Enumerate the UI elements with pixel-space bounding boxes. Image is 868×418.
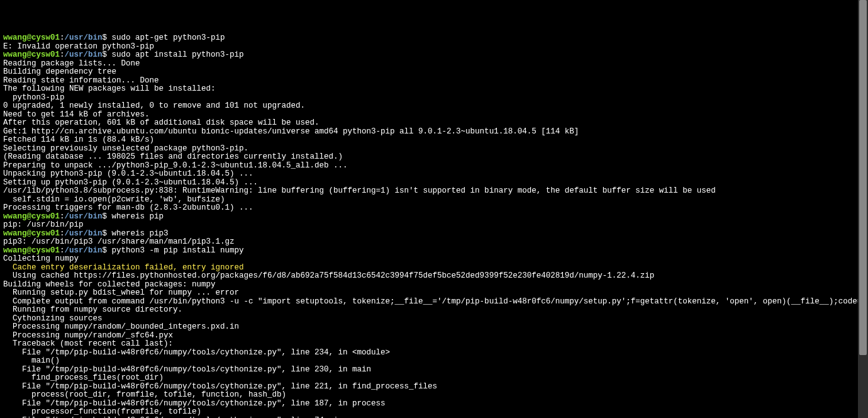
terminal-output-line: Collecting numpy: [3, 255, 865, 264]
terminal-output-line: processor_function(fromfile, tofile): [3, 408, 865, 417]
terminal-prompt-line: wwang@cysw01:/usr/bin$ sudo apt install …: [3, 51, 865, 60]
prompt-colon: :: [60, 212, 65, 221]
terminal-output-line: Fetched 114 kB in 1s (88.4 kB/s): [3, 136, 865, 145]
terminal-output-line: Building wheels for collected packages: …: [3, 281, 865, 290]
terminal-output-line: Setting up python3-pip (9.0.1-2.3~ubuntu…: [3, 179, 865, 188]
terminal-output-line: main(): [3, 357, 865, 366]
terminal-prompt-line: wwang@cysw01:/usr/bin$ whereis pip: [3, 213, 865, 222]
terminal-prompt-line: wwang@cysw01:/usr/bin$ python3 -m pip in…: [3, 247, 865, 256]
prompt-dollar: $: [103, 246, 112, 255]
prompt-user-host: wwang@cysw01: [3, 50, 60, 59]
terminal-output-line: /usr/lib/python3.8/subprocess.py:838: Ru…: [3, 187, 865, 196]
terminal-output-line: File "/tmp/pip-build-w48r0fc6/numpy/tool…: [3, 383, 865, 392]
terminal-output-line: (Reading database ... 198025 files and d…: [3, 153, 865, 162]
prompt-user-host: wwang@cysw01: [3, 246, 60, 255]
prompt-user-host: wwang@cysw01: [3, 212, 60, 221]
command-text: whereis pip3: [112, 229, 169, 238]
terminal-output-line: Cythonizing sources: [3, 315, 865, 324]
terminal-output-line: Processing numpy/random/_bounded_integer…: [3, 323, 865, 332]
terminal-output-line: File "/tmp/pip-build-w48r0fc6/numpy/tool…: [3, 349, 865, 358]
command-text: python3 -m pip install numpy: [112, 246, 244, 255]
prompt-path: /usr/bin: [65, 50, 103, 59]
scrollbar-thumb[interactable]: [859, 0, 867, 355]
terminal-output-line: Reading package lists... Done: [3, 60, 865, 69]
terminal-output-line: Using cached https://files.pythonhosted.…: [3, 272, 865, 281]
prompt-user-host: wwang@cysw01: [3, 34, 60, 42]
prompt-colon: :: [60, 34, 65, 42]
terminal-output-line: python3-pip: [3, 94, 865, 103]
terminal-output-line: File "/tmp/pip-build-w48r0fc6/numpy/tool…: [3, 366, 865, 375]
terminal-output-line: E: Invalid operation python3-pip: [3, 43, 865, 52]
command-text: sudo apt install python3-pip: [112, 50, 244, 59]
terminal-output-line: find_process_files(root_dir): [3, 374, 865, 383]
terminal-output-line: Processing numpy/random/_sfc64.pyx: [3, 332, 865, 341]
prompt-dollar: $: [103, 34, 112, 42]
command-text: sudo apt-get python3-pip: [112, 34, 225, 42]
terminal-output-line: Traceback (most recent call last):: [3, 340, 865, 349]
terminal-output-line: File "/tmp/pip-build-w48r0fc6/numpy/tool…: [3, 400, 865, 409]
prompt-path: /usr/bin: [65, 246, 103, 255]
prompt-dollar: $: [103, 229, 112, 238]
prompt-path: /usr/bin: [65, 229, 103, 238]
terminal-output-line: Selecting previously unselected package …: [3, 145, 865, 154]
terminal-output-line: Get:1 http://cn.archive.ubuntu.com/ubunt…: [3, 128, 865, 137]
terminal-output-line: Need to get 114 kB of archives.: [3, 111, 865, 120]
prompt-path: /usr/bin: [65, 34, 103, 42]
terminal-output-line: pip3: /usr/bin/pip3 /usr/share/man/man1/…: [3, 238, 865, 247]
prompt-dollar: $: [103, 50, 112, 59]
terminal-output[interactable]: wwang@cysw01:/usr/bin$ sudo apt-get pyth…: [0, 34, 868, 418]
terminal-output-line: Preparing to unpack .../python3-pip_9.0.…: [3, 162, 865, 171]
terminal-output-line: Reading state information... Done: [3, 77, 865, 86]
prompt-user-host: wwang@cysw01: [3, 229, 60, 238]
terminal-prompt-line: wwang@cysw01:/usr/bin$ whereis pip3: [3, 230, 865, 239]
terminal-output-line: Complete output from command /usr/bin/py…: [3, 298, 865, 307]
terminal-output-line: pip: /usr/bin/pip: [3, 221, 865, 230]
terminal-output-line: Running setup.py bdist_wheel for numpy .…: [3, 289, 865, 298]
scrollbar-track[interactable]: [858, 0, 868, 418]
terminal-output-line: The following NEW packages will be insta…: [3, 85, 865, 94]
terminal-output-line: Unpacking python3-pip (9.0.1-2.3~ubuntu1…: [3, 170, 865, 179]
prompt-path: /usr/bin: [65, 212, 103, 221]
terminal-output-line: Building dependency tree: [3, 68, 865, 77]
terminal-output-line: Running from numpy source directory.: [3, 306, 865, 315]
terminal-output-line: Processing triggers for man-db (2.8.3-2u…: [3, 204, 865, 213]
terminal-prompt-line: wwang@cysw01:/usr/bin$ sudo apt-get pyth…: [3, 34, 865, 43]
terminal-output-line: After this operation, 601 kB of addition…: [3, 119, 865, 128]
prompt-dollar: $: [103, 212, 112, 221]
terminal-output-line: self.stdin = io.open(p2cwrite, 'wb', buf…: [3, 196, 865, 205]
terminal-output-line: process(root_dir, fromfile, tofile, func…: [3, 391, 865, 400]
terminal-output-line: 0 upgraded, 1 newly installed, 0 to remo…: [3, 102, 865, 111]
prompt-colon: :: [60, 50, 65, 59]
prompt-colon: :: [60, 229, 65, 238]
command-text: whereis pip: [112, 212, 164, 221]
terminal-warning-line: Cache entry deserialization failed, entr…: [3, 264, 865, 273]
prompt-colon: :: [60, 246, 65, 255]
